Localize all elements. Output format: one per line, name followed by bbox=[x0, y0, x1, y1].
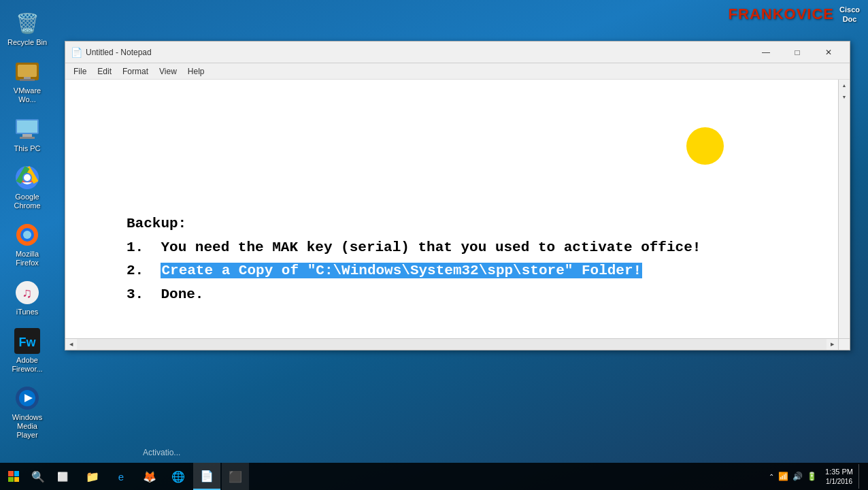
line-3: 3. Done. bbox=[127, 283, 701, 307]
activation-watermark: Activatio... bbox=[143, 448, 180, 457]
desktop-icons-container: 🗑️ Recycle Bin VMware Wo... bbox=[0, 0, 54, 444]
notepad-window: 📄 Untitled - Notepad — □ ✕ File Edit For… bbox=[65, 41, 850, 350]
taskbar-explorer-icon[interactable]: 📁 bbox=[79, 463, 106, 490]
svg-rect-2 bbox=[20, 79, 35, 81]
taskbar-chrome-icon[interactable]: 🌐 bbox=[165, 463, 192, 490]
scroll-right-arrow[interactable]: ▶ bbox=[827, 339, 838, 350]
branding-area: FRANKOVICE Cisco Doc bbox=[720, 0, 868, 29]
itunes-label: iTunes bbox=[16, 308, 39, 316]
adobe-fireworks-label: Adobe Firewor... bbox=[5, 356, 49, 374]
windows-logo bbox=[8, 471, 19, 482]
maximize-button[interactable]: □ bbox=[782, 42, 813, 63]
svg-rect-7 bbox=[20, 137, 35, 139]
recycle-bin-label: Recycle Bin bbox=[7, 38, 47, 47]
notepad-body: Backup: 1. You need the MAK key (serial)… bbox=[65, 80, 850, 350]
recycle-bin-image: 🗑️ bbox=[14, 10, 41, 37]
taskbar-pinned-icons: 📁 e 🦊 🌐 📄 ⬛ bbox=[79, 463, 249, 490]
adobe-fireworks-image: Fw bbox=[14, 327, 41, 355]
itunes-image: ♫ bbox=[14, 279, 41, 306]
svg-rect-3 bbox=[24, 77, 31, 79]
mozilla-firefox-label: Mozilla Firefox bbox=[5, 250, 49, 267]
menu-format[interactable]: Format bbox=[117, 65, 154, 78]
taskbar-search-button[interactable]: 🔍 bbox=[27, 463, 49, 490]
win-logo-green bbox=[8, 477, 14, 483]
menu-file[interactable]: File bbox=[68, 65, 92, 78]
taskbar-firefox-icon[interactable]: 🦊 bbox=[136, 463, 163, 490]
taskbar-cmd-icon[interactable]: ⬛ bbox=[222, 463, 249, 490]
menu-help[interactable]: Help bbox=[182, 65, 210, 78]
brand-sub: Cisco Doc bbox=[839, 5, 860, 23]
horizontal-scrollbar[interactable]: ◀ ▶ bbox=[65, 338, 838, 350]
adobe-fireworks-icon[interactable]: Fw Adobe Firewor... bbox=[3, 323, 52, 378]
recycle-bin-icon[interactable]: 🗑️ Recycle Bin bbox=[3, 5, 52, 51]
svg-text:♫: ♫ bbox=[22, 285, 33, 300]
mozilla-firefox-icon[interactable]: Mozilla Firefox bbox=[3, 217, 52, 272]
win-logo-red bbox=[8, 471, 14, 476]
svg-rect-6 bbox=[22, 134, 32, 137]
vertical-scrollbar[interactable]: ▲ ▼ bbox=[838, 80, 850, 350]
this-pc-icon[interactable]: This PC bbox=[3, 112, 52, 157]
windows-media-player-image bbox=[14, 385, 41, 412]
backup-label: Backup: bbox=[127, 212, 701, 236]
network-icon[interactable]: 📶 bbox=[778, 472, 788, 481]
notepad-menubar: File Edit Format View Help bbox=[65, 63, 850, 80]
taskbar-edge-icon[interactable]: e bbox=[107, 463, 135, 490]
yellow-dot-annotation bbox=[686, 127, 724, 165]
mozilla-firefox-image bbox=[14, 221, 41, 248]
task-view-button[interactable]: ⬜ bbox=[49, 463, 76, 490]
svg-rect-1 bbox=[18, 65, 37, 77]
battery-icon[interactable]: 🔋 bbox=[807, 472, 817, 481]
notepad-inner: Backup: 1. You need the MAK key (serial)… bbox=[65, 80, 850, 350]
system-tray-icons: ⌃ 📶 🔊 🔋 bbox=[763, 472, 822, 481]
show-desktop-button[interactable] bbox=[858, 464, 863, 489]
taskbar-right-area: ⌃ 📶 🔊 🔋 1:35 PM 1/1/2016 bbox=[758, 464, 868, 489]
vmware-icon[interactable]: VMware Wo... bbox=[3, 54, 52, 108]
scroll-track-h bbox=[77, 339, 827, 350]
line-1: 1. You need the MAK key (serial) that yo… bbox=[127, 236, 701, 260]
brand-text: FRANKOVICE bbox=[729, 5, 834, 23]
clock-time: 1:35 PM bbox=[825, 467, 853, 476]
notepad-title: Untitled - Notepad bbox=[86, 48, 750, 57]
notepad-titlebar: 📄 Untitled - Notepad — □ ✕ bbox=[65, 42, 850, 63]
taskbar-notepad-active[interactable]: 📄 bbox=[193, 463, 220, 490]
windows-media-player-icon[interactable]: WindowsMedia Player bbox=[3, 380, 52, 444]
scroll-left-arrow[interactable]: ◀ bbox=[65, 339, 77, 350]
svg-rect-5 bbox=[17, 120, 37, 133]
google-chrome-label: GoogleChrome bbox=[14, 193, 40, 210]
svg-text:Fw: Fw bbox=[19, 336, 37, 349]
close-button[interactable]: ✕ bbox=[813, 42, 844, 63]
clock-date: 1/1/2016 bbox=[825, 477, 853, 486]
notepad-text-area[interactable]: Backup: 1. You need the MAK key (serial)… bbox=[127, 212, 701, 307]
show-hidden-icons[interactable]: ⌃ bbox=[769, 473, 774, 480]
itunes-icon[interactable]: ♫ iTunes bbox=[3, 275, 52, 321]
minimize-button[interactable]: — bbox=[750, 42, 782, 63]
start-button[interactable] bbox=[0, 463, 27, 490]
win-logo-blue bbox=[14, 471, 20, 476]
scroll-up-arrow[interactable]: ▲ bbox=[839, 80, 850, 91]
menu-edit[interactable]: Edit bbox=[92, 65, 117, 78]
windows-media-player-label: WindowsMedia Player bbox=[5, 413, 49, 440]
volume-icon[interactable]: 🔊 bbox=[792, 472, 803, 481]
google-chrome-icon[interactable]: GoogleChrome bbox=[3, 160, 52, 214]
win-logo-yellow bbox=[14, 477, 20, 483]
menu-view[interactable]: View bbox=[154, 65, 182, 78]
line-2-selected: Create a Copy of "C:\Windows\System32\sp… bbox=[161, 263, 642, 278]
this-pc-image bbox=[14, 116, 41, 143]
this-pc-label: This PC bbox=[14, 144, 40, 153]
svg-point-14 bbox=[23, 231, 31, 239]
vmware-label: VMware Wo... bbox=[5, 86, 49, 104]
desktop: 🗑️ Recycle Bin VMware Wo... bbox=[0, 0, 868, 490]
scrollbar-corner bbox=[838, 338, 850, 350]
google-chrome-image bbox=[14, 164, 41, 191]
scroll-down-arrow[interactable]: ▼ bbox=[839, 91, 850, 103]
vmware-image bbox=[14, 58, 41, 85]
brand-doc: Doc bbox=[843, 15, 857, 23]
brand-cisco: Cisco bbox=[839, 5, 860, 14]
line-2: 2. Create a Copy of "C:\Windows\System32… bbox=[127, 259, 701, 283]
taskbar-clock[interactable]: 1:35 PM 1/1/2016 bbox=[825, 467, 853, 485]
window-controls: — □ ✕ bbox=[750, 42, 844, 63]
taskbar: 🔍 ⬜ 📁 e 🦊 🌐 📄 ⬛ ⌃ 📶 🔊 🔋 1:35 PM 1/1/2016 bbox=[0, 463, 868, 490]
svg-point-11 bbox=[24, 174, 31, 181]
notepad-icon: 📄 bbox=[71, 47, 82, 58]
